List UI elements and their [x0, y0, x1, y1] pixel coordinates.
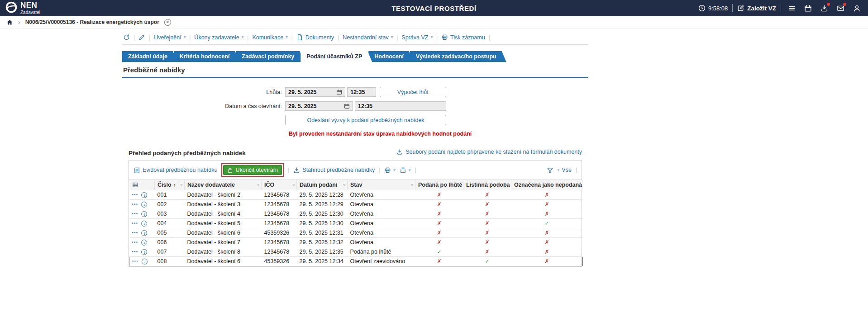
compute-deadlines-button[interactable]: Výpočet lhůt: [380, 87, 447, 97]
column-header-datum-podani[interactable]: Datum podání▿: [297, 180, 348, 190]
cross-icon: ✗: [437, 220, 441, 226]
toolbar-item-dokumenty[interactable]: Dokumenty: [296, 34, 334, 41]
record-preliminary-bid-label: Evidovat předběžnou nabídku: [143, 167, 217, 173]
row-menu-button[interactable]: •••: [132, 240, 138, 245]
downloads-button[interactable]: [818, 2, 830, 14]
filter-dropdown-icon[interactable]: ▿: [180, 183, 182, 187]
tab-vysledek-zadavaciho-postupu[interactable]: Výsledek zadávacího postupu: [410, 51, 506, 62]
calendar-icon[interactable]: [336, 89, 342, 95]
cell-ico: 12345678: [262, 238, 297, 247]
row-menu-button[interactable]: •••: [132, 221, 138, 226]
opening-date-field[interactable]: 29. 5. 2025: [285, 101, 353, 111]
row-menu-button[interactable]: •••: [132, 250, 138, 254]
toolbar-item-ukony-zadavatele[interactable]: Úkony zadavatele▿: [194, 34, 243, 41]
table-row-004[interactable]: •••i004Dodavatel - školení 51234567829. …: [129, 219, 583, 228]
record-preliminary-bid-button[interactable]: Evidovat předběžnou nabídku: [134, 167, 217, 174]
row-actions-cell: •••i: [129, 228, 155, 238]
deadline-date-field[interactable]: 29. 5. 2025: [285, 87, 345, 97]
toolbar-item-komunikace[interactable]: Komunikace▿: [252, 34, 287, 41]
filter-dropdown-icon[interactable]: ▿: [507, 183, 509, 187]
breadcrumb-item[interactable]: N006/25/V00005136 - Realizace energetick…: [25, 19, 159, 25]
column-header-ico[interactable]: IČO▿: [262, 180, 297, 190]
toolbar-item-nestandardni-stav[interactable]: Nestandardní stav▿: [343, 34, 393, 41]
filter-dropdown-icon[interactable]: ▿: [579, 183, 581, 187]
table-row-008[interactable]: •••i008Dodavatel - školení 64535932629. …: [129, 257, 583, 266]
filter-dropdown-icon[interactable]: ▿: [459, 183, 461, 187]
send-invite-button[interactable]: Odeslání výzvy k podání předběžných nabí…: [285, 115, 446, 125]
cell-nazev-dodavatele: Dodavatel - školení 5: [185, 219, 262, 228]
row-menu-button[interactable]: •••: [132, 212, 138, 216]
home-button[interactable]: [6, 19, 13, 26]
cell-ico: 12345678: [262, 209, 297, 219]
menu-button[interactable]: [786, 2, 797, 14]
column-header-stav[interactable]: Stav▿: [348, 180, 415, 190]
messages-button[interactable]: [835, 2, 846, 14]
opening-time-field[interactable]: 12:35: [355, 101, 446, 111]
tab-zadavaci-podminky[interactable]: Zadávací podmínky: [236, 51, 304, 62]
filter-button[interactable]: [547, 167, 553, 174]
column-header-oznacena-jako-nepodana[interactable]: Označena jako nepodaná▿: [511, 180, 583, 190]
info-icon[interactable]: i: [141, 211, 147, 217]
cross-icon: ✗: [544, 230, 549, 236]
close-tab-icon[interactable]: ✕: [164, 19, 171, 26]
row-menu-button[interactable]: •••: [132, 202, 138, 207]
tab-zakladni-udaje[interactable]: Základní údaje: [122, 51, 177, 62]
toolbar-item-label: Komunikace: [252, 34, 283, 41]
info-icon[interactable]: i: [141, 192, 147, 198]
tab-kriteria-hodnoceni[interactable]: Kritéria hodnocení: [174, 51, 239, 62]
cross-icon: ✗: [437, 239, 441, 245]
row-menu-button[interactable]: •••: [132, 259, 138, 264]
info-icon[interactable]: i: [142, 259, 148, 264]
end-opening-button[interactable]: Ukončit otevírání: [223, 165, 282, 175]
filter-dropdown-icon[interactable]: ▿: [411, 183, 413, 187]
filter-dropdown-icon[interactable]: ▿: [343, 183, 345, 187]
pencil-icon: [138, 34, 145, 41]
download-bids-button[interactable]: Stáhnout předběžné nabídky: [293, 167, 375, 174]
row-menu-button[interactable]: •••: [132, 193, 138, 197]
create-vz-button[interactable]: Založit VZ: [737, 5, 776, 12]
info-icon[interactable]: i: [141, 240, 147, 245]
column-header-podana-po-lhute[interactable]: Podaná po lhůtě▿: [415, 180, 463, 190]
cell-podana-po-lhute: ✓: [415, 247, 463, 257]
column-header-cislo[interactable]: Číslo↑▿: [155, 180, 185, 190]
row-menu-button[interactable]: •••: [132, 231, 138, 235]
profile-button[interactable]: [851, 2, 863, 14]
filter-dropdown-icon[interactable]: ▿: [292, 183, 295, 187]
deadline-time-field[interactable]: 12:35: [347, 87, 376, 97]
sort-asc-icon[interactable]: ↑: [173, 182, 176, 188]
table-row-003[interactable]: •••i003Dodavatel - školení 41234567829. …: [129, 209, 583, 219]
submission-files-link[interactable]: Soubory podání najdete připravené ke sta…: [396, 149, 582, 155]
calendar-icon[interactable]: [344, 103, 350, 109]
filter-dropdown-icon[interactable]: ▿: [257, 183, 259, 187]
table-row-002[interactable]: •••i002Dodavatel - školení 31234567829. …: [129, 200, 583, 209]
toolbar-item-sprava-vz[interactable]: Správa VZ▿: [401, 34, 433, 41]
cross-icon: ✗: [437, 192, 441, 198]
cell-listinna-podoba: ✗: [463, 190, 511, 200]
refresh-button[interactable]: [123, 34, 130, 41]
tab-podani-ucastniku-zp[interactable]: Podání účastníků ZP: [300, 51, 372, 62]
info-icon[interactable]: i: [141, 202, 147, 208]
calendar-button[interactable]: [802, 2, 814, 14]
column-header-nazev-dodavatele[interactable]: Název dodavatele▿: [185, 180, 262, 190]
cell-datum-podani: 29. 5. 2025 12:29: [297, 200, 348, 209]
table-row-006[interactable]: •••i006Dodavatel - školení 71234567829. …: [129, 238, 583, 247]
table-row-005[interactable]: •••i005Dodavatel - školení 64535932629. …: [129, 228, 583, 238]
toolbar-item-tisk-zaznamu[interactable]: Tisk záznamu: [441, 34, 485, 41]
nen-logo[interactable]: NEN Zadavatel: [5, 1, 40, 15]
export-button[interactable]: ▿: [400, 167, 411, 174]
info-icon[interactable]: i: [141, 249, 147, 255]
table-row-001[interactable]: •••i001Dodavatel - školení 21234567829. …: [129, 190, 583, 200]
clock-icon: [698, 5, 706, 12]
table-row-007[interactable]: •••i007Dodavatel - školení 81234567829. …: [129, 247, 583, 257]
tab-hodnoceni[interactable]: Hodnocení: [368, 51, 414, 62]
print-button[interactable]: ▿: [384, 167, 396, 174]
separator: |: [189, 34, 191, 41]
chevron-right-icon: ›: [18, 19, 20, 26]
cross-icon: ✗: [485, 249, 489, 255]
info-icon[interactable]: i: [141, 230, 147, 236]
view-all-dropdown[interactable]: ▿ Vše: [558, 167, 572, 173]
toolbar-item-uverejneni[interactable]: Uveřejnění▿: [154, 34, 186, 41]
info-icon[interactable]: i: [141, 221, 147, 226]
edit-record-button[interactable]: [138, 34, 145, 41]
column-header-listinna-podoba[interactable]: Listinná podoba▿: [463, 180, 511, 190]
